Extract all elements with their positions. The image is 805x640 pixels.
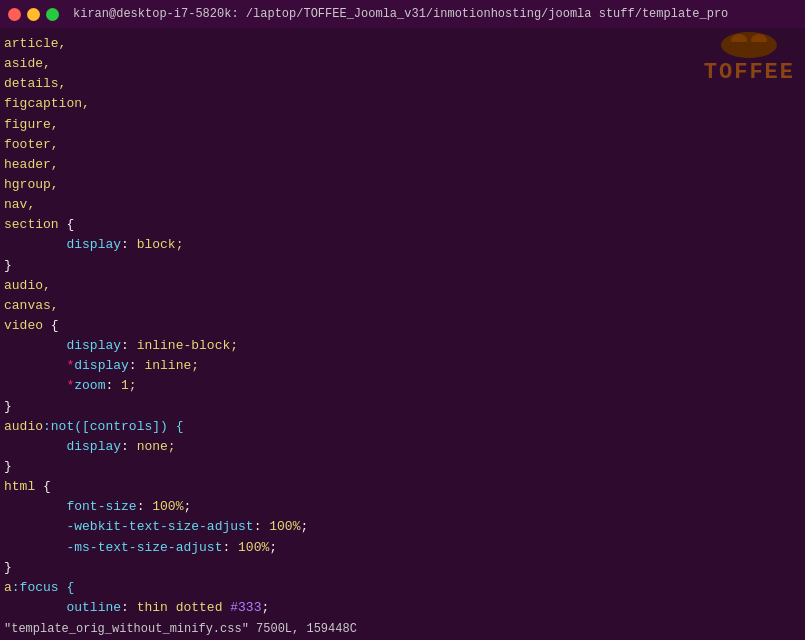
code-line: figure,	[4, 115, 801, 135]
code-line: -ms-text-size-adjust: 100%;	[4, 538, 801, 558]
code-line: display: block;	[4, 235, 801, 255]
code-line: canvas,	[4, 296, 801, 316]
code-line: header,	[4, 155, 801, 175]
code-line: article,	[4, 34, 801, 54]
code-line: }	[4, 558, 801, 578]
logo-text: TOFFEE	[704, 60, 795, 85]
code-line: }	[4, 457, 801, 477]
minimize-button[interactable]	[27, 8, 40, 21]
code-line: details,	[4, 74, 801, 94]
code-line: audio,	[4, 276, 801, 296]
code-line: nav,	[4, 195, 801, 215]
logo-area: TOFFEE	[704, 30, 795, 85]
titlebar: kiran@desktop-i7-5820k: /laptop/TOFFEE_J…	[0, 0, 805, 28]
code-line: display: none;	[4, 437, 801, 457]
statusbar: "template_orig_without_minify.css" 7500L…	[0, 618, 805, 640]
code-line: *zoom: 1;	[4, 376, 801, 396]
code-line: section {	[4, 215, 801, 235]
code-line: }	[4, 256, 801, 276]
code-line: }	[4, 397, 801, 417]
statusbar-text: "template_orig_without_minify.css" 7500L…	[4, 622, 357, 636]
svg-rect-3	[729, 42, 769, 50]
toffee-logo-icon	[719, 30, 779, 60]
close-button[interactable]	[8, 8, 21, 21]
code-line: -webkit-text-size-adjust: 100%;	[4, 517, 801, 537]
code-line: audio:not([controls]) {	[4, 417, 801, 437]
code-line: hgroup,	[4, 175, 801, 195]
code-line: display: inline-block;	[4, 336, 801, 356]
code-line: outline: thin dotted #333;	[4, 598, 801, 618]
maximize-button[interactable]	[46, 8, 59, 21]
code-line: video {	[4, 316, 801, 336]
title-text: kiran@desktop-i7-5820k: /laptop/TOFFEE_J…	[65, 7, 797, 21]
terminal-content[interactable]: article,aside,details,figcaption,figure,…	[0, 28, 805, 618]
code-line: figcaption,	[4, 94, 801, 114]
code-line: html {	[4, 477, 801, 497]
code-line: *display: inline;	[4, 356, 801, 376]
code-line: footer,	[4, 135, 801, 155]
code-line: aside,	[4, 54, 801, 74]
code-line: font-size: 100%;	[4, 497, 801, 517]
code-line: a:focus {	[4, 578, 801, 598]
